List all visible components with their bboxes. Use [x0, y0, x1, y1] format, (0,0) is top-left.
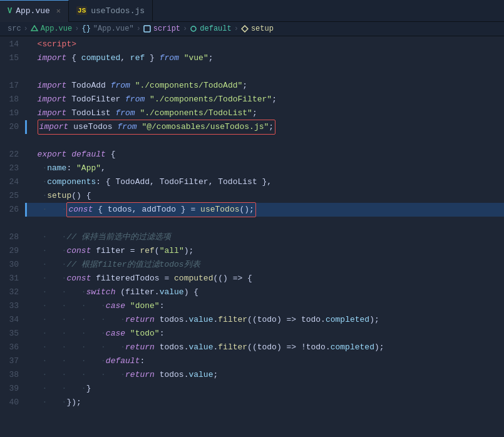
code-line-17: import TodoAdd from "./components/TodoAd…	[25, 79, 504, 93]
crumb-src: src	[8, 24, 21, 33]
crumb-braces: {}	[81, 24, 90, 33]
js-icon: JS	[76, 6, 87, 15]
code-line-20: import useTodos from "@/comosables/useTo…	[25, 120, 504, 134]
editor-container: V App.vue ✕ JS useTodos.js src › App.vue…	[0, 0, 504, 435]
code-line-16	[25, 65, 504, 79]
crumb-app-vue: App.vue	[41, 24, 72, 33]
tab-label: App.vue	[16, 6, 50, 16]
code-line-22: export default {	[25, 148, 504, 162]
svg-point-2	[191, 26, 196, 31]
code-line-19: import TodoList from "./components/TodoL…	[25, 106, 504, 120]
code-line-25: ·setup() {	[25, 189, 504, 203]
code-line-31: · ·const filteredTodos = computed(() => …	[25, 272, 504, 285]
code-line-28: · ·// 保持当前选中的过滤选项	[25, 230, 504, 244]
crumb-vue-icon	[31, 24, 38, 33]
code-editor[interactable]: 14 15 17 18 19 20 22 23 24 25 26 28 29 3…	[0, 36, 504, 435]
svg-marker-0	[31, 26, 38, 31]
crumb-app-vue-str: "App.vue"	[93, 24, 134, 33]
tab-label: useTodos.js	[91, 6, 145, 16]
tab-use-todos[interactable]: JS useTodos.js	[69, 0, 153, 22]
code-line-24: ·components: { TodoAdd, TodoFilter, Todo…	[25, 175, 504, 189]
code-line-30: · ·// 根据filter的值过滤todos列表	[25, 258, 504, 272]
crumb-diamond-icon	[241, 24, 249, 33]
crumb-setup: setup	[251, 24, 274, 33]
code-line-39: · · ·}	[25, 382, 504, 396]
tab-app-vue[interactable]: V App.vue ✕	[0, 0, 69, 22]
crumb-script: script	[153, 24, 180, 33]
code-line-34: · · · · ·return todos.value.filter((todo…	[25, 313, 504, 327]
svg-rect-1	[144, 26, 150, 32]
code-line-26: · ·const { todos, addTodo } = useTodos()…	[25, 203, 504, 217]
code-line-15: import { computed, ref } from "vue";	[25, 51, 504, 65]
crumb-default: default	[200, 24, 231, 33]
crumb-box-icon	[143, 24, 151, 33]
code-line-29: · ·const filter = ref("all");	[25, 244, 504, 258]
code-line-32: · · ·switch (filter.value) {	[25, 285, 504, 299]
code-line-38: · · · · ·return todos.value;	[25, 368, 504, 382]
code-line-27	[25, 217, 504, 230]
breadcrumb: src › App.vue › {} "App.vue" › script › …	[0, 22, 504, 36]
code-line-14: <script>	[25, 38, 504, 51]
code-line-37: · · · ·default:	[25, 354, 504, 368]
code-line-23: ·name: "App",	[25, 162, 504, 175]
code-line-21	[25, 134, 504, 148]
code-line-35: · · · ·case "todo":	[25, 327, 504, 341]
tab-close-button[interactable]: ✕	[56, 6, 61, 16]
code-content: <script> import { computed, ref } from "…	[25, 36, 504, 435]
tab-bar: V App.vue ✕ JS useTodos.js	[0, 0, 504, 22]
svg-marker-3	[242, 26, 248, 32]
vue-icon: V	[8, 7, 12, 16]
code-line-40: · ·});	[25, 396, 504, 409]
crumb-circle-icon	[190, 24, 197, 33]
line-numbers: 14 15 17 18 19 20 22 23 24 25 26 28 29 3…	[0, 36, 25, 435]
code-line-18: import TodoFilter from "./components/Tod…	[25, 93, 504, 106]
code-line-36: · · · · ·return todos.value.filter((todo…	[25, 341, 504, 354]
code-line-33: · · · ·case "done":	[25, 299, 504, 313]
